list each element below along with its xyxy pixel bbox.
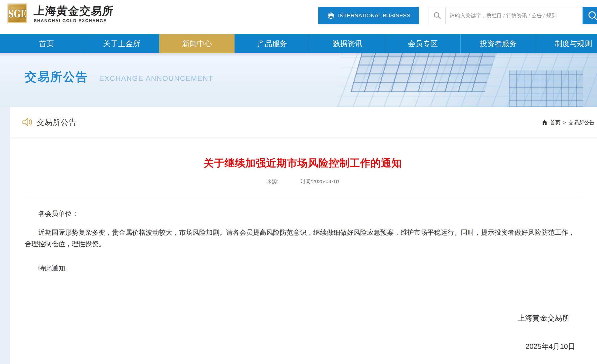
article-time-value: 2025-04-10	[312, 178, 339, 184]
search-submit-icon	[587, 10, 597, 21]
globe-icon	[327, 12, 335, 19]
nav-item-products[interactable]: 产品服务	[235, 34, 310, 53]
brand-name-zh: 上海黄金交易所	[33, 5, 114, 17]
search-icon	[429, 7, 446, 24]
international-business-label: INTERNATIONAL BUSINESS	[338, 12, 410, 19]
banner: 交易所公告 EXCHANGE ANNOUNCEMENT	[0, 53, 597, 107]
brand-text: 上海黄金交易所 SHANGHAI GOLD EXCHANGE	[34, 3, 114, 23]
nav-item-rules[interactable]: 制度与规则	[536, 34, 597, 53]
main-nav: 首页 关于上金所 新闻中心 产品服务 数据资讯 会员专区 投资者服务 制度与规则	[0, 34, 597, 53]
nav-item-members[interactable]: 会员专区	[385, 34, 460, 53]
banner-titles: 交易所公告 EXCHANGE ANNOUNCEMENT	[25, 69, 213, 85]
section-header: 交易所公告 首页 > 交易所公告	[10, 107, 597, 137]
page: SGE 上海黄金交易所 SHANGHAI GOLD EXCHANGE INTER…	[0, 0, 597, 364]
brand-logo[interactable]: SGE 上海黄金交易所 SHANGHAI GOLD EXCHANGE	[7, 3, 114, 25]
divider	[25, 197, 581, 197]
search-submit-button[interactable]	[583, 7, 597, 24]
article-time: 时间:2025-04-10	[300, 178, 339, 185]
breadcrumb: 首页 > 交易所公告	[542, 119, 595, 126]
nav-item-home[interactable]: 首页	[9, 34, 84, 53]
breadcrumb-separator: >	[563, 120, 566, 126]
nav-item-investors[interactable]: 投资者服务	[460, 34, 536, 53]
banner-steel-frame-graphic	[350, 53, 496, 92]
signature: 上海黄金交易所	[25, 313, 581, 323]
announcement-article: 关于继续加强近期市场风险控制工作的通知 来源: 时间:2025-04-10 各会…	[10, 156, 597, 352]
article-paragraph: 近期国际形势复杂多变，贵金属价格波动较大，市场风险加剧。请各会员提高风险防范意识…	[25, 227, 581, 250]
brand-name-en: SHANGHAI GOLD EXCHANGE	[34, 18, 114, 23]
signature-date: 2025年4月10日	[25, 342, 581, 352]
article-paragraph: 特此通知。	[25, 263, 581, 274]
banner-tower-graphic	[509, 70, 583, 107]
sge-logo-letters: SGE	[8, 7, 26, 20]
content-panel: 交易所公告 首页 > 交易所公告 关于继续加强近期市场风险控制工作的通知 来源:…	[10, 107, 597, 364]
speaker-icon	[21, 117, 33, 128]
top-header: SGE 上海黄金交易所 SHANGHAI GOLD EXCHANGE INTER…	[0, 0, 597, 34]
article-source-label: 来源:	[267, 178, 279, 185]
breadcrumb-current: 交易所公告	[568, 119, 595, 126]
article-time-label: 时间:	[300, 178, 312, 184]
nav-item-data[interactable]: 数据资讯	[310, 34, 385, 53]
search-bar	[429, 7, 583, 24]
home-icon	[542, 120, 548, 125]
article-meta: 来源: 时间:2025-04-10	[25, 178, 581, 185]
banner-title-zh: 交易所公告	[25, 69, 88, 85]
breadcrumb-home-link[interactable]: 首页	[550, 119, 560, 126]
international-business-button[interactable]: INTERNATIONAL BUSINESS	[318, 7, 419, 24]
section-title: 交易所公告	[37, 117, 77, 128]
nav-item-about[interactable]: 关于上金所	[84, 34, 159, 53]
sge-logo-icon: SGE	[7, 3, 27, 23]
article-paragraph: 各会员单位：	[25, 208, 581, 219]
banner-title-en: EXCHANGE ANNOUNCEMENT	[99, 74, 213, 83]
nav-item-news[interactable]: 新闻中心	[159, 34, 235, 53]
article-title: 关于继续加强近期市场风险控制工作的通知	[25, 156, 581, 170]
search-input[interactable]	[446, 7, 582, 24]
